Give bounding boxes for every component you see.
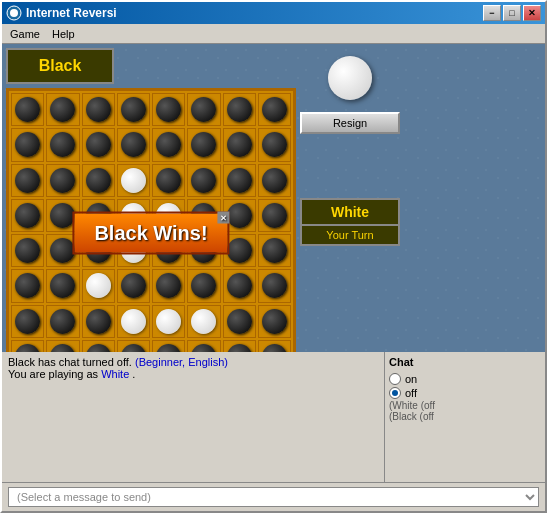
board-cell-47[interactable]	[258, 269, 291, 302]
board-cell-4[interactable]	[152, 93, 185, 126]
board-cell-55[interactable]	[258, 305, 291, 338]
black-piece	[15, 344, 40, 352]
board-cell-12[interactable]	[152, 128, 185, 161]
status-line2: You are playing as White .	[8, 368, 378, 380]
board-cell-57[interactable]	[46, 340, 79, 352]
board-cell-7[interactable]	[258, 93, 291, 126]
chat-off-radio[interactable]	[389, 387, 401, 399]
board-cell-16[interactable]	[11, 164, 44, 197]
board-cell-13[interactable]	[187, 128, 220, 161]
board-cell-45[interactable]	[187, 269, 220, 302]
chat-off-option[interactable]: off	[389, 387, 541, 399]
black-piece	[262, 273, 287, 298]
board-cell-15[interactable]	[258, 128, 291, 161]
status-line2-text: You are playing as	[8, 368, 98, 380]
bottom-area: Black has chat turned off. (Beginner, En…	[2, 352, 545, 482]
black-label: Black	[39, 57, 82, 75]
board-cell-24[interactable]	[11, 199, 44, 232]
white-piece	[86, 273, 111, 298]
window-controls: − □ ✕	[483, 5, 541, 21]
board-cell-51[interactable]	[117, 305, 150, 338]
board-cell-60[interactable]	[152, 340, 185, 352]
message-select[interactable]: (Select a message to send)	[8, 487, 539, 507]
black-piece	[86, 309, 111, 334]
board-cell-20[interactable]	[152, 164, 185, 197]
white-piece-indicator	[328, 56, 372, 100]
help-menu[interactable]: Help	[46, 26, 81, 42]
black-piece	[156, 273, 181, 298]
status-line1: Black has chat turned off. (Beginner, En…	[8, 356, 378, 368]
board-cell-39[interactable]	[258, 234, 291, 267]
board-cell-62[interactable]	[223, 340, 256, 352]
black-piece	[121, 273, 146, 298]
board-cell-54[interactable]	[223, 305, 256, 338]
chat-on-option[interactable]: on	[389, 373, 541, 385]
board-cell-63[interactable]	[258, 340, 291, 352]
black-piece	[191, 168, 216, 193]
black-piece	[227, 203, 252, 228]
resign-button[interactable]: Resign	[300, 112, 400, 134]
board-cell-3[interactable]	[117, 93, 150, 126]
board-cell-59[interactable]	[117, 340, 150, 352]
board-cell-22[interactable]	[223, 164, 256, 197]
chat-on-label: on	[405, 373, 417, 385]
board-cell-14[interactable]	[223, 128, 256, 161]
board-cell-61[interactable]	[187, 340, 220, 352]
chat-message-2: (Black (off	[389, 411, 541, 422]
black-piece	[156, 168, 181, 193]
board-cell-17[interactable]	[46, 164, 79, 197]
board-cell-43[interactable]	[117, 269, 150, 302]
board-cell-18[interactable]	[82, 164, 115, 197]
app-window: Internet Reversi − □ ✕ Game Help Black	[0, 0, 547, 513]
board-cell-52[interactable]	[152, 305, 185, 338]
svg-point-1	[10, 9, 18, 17]
win-overlay: ✕ Black Wins!	[72, 212, 229, 255]
board-cell-31[interactable]	[258, 199, 291, 232]
black-piece	[262, 203, 287, 228]
board-cell-5[interactable]	[187, 93, 220, 126]
black-piece	[50, 132, 75, 157]
board-cell-58[interactable]	[82, 340, 115, 352]
board-cell-46[interactable]	[223, 269, 256, 302]
board-cell-41[interactable]	[46, 269, 79, 302]
chat-on-radio[interactable]	[389, 373, 401, 385]
board-cell-40[interactable]	[11, 269, 44, 302]
board-cell-11[interactable]	[117, 128, 150, 161]
board-cell-9[interactable]	[46, 128, 79, 161]
board-cell-2[interactable]	[82, 93, 115, 126]
board-cell-42[interactable]	[82, 269, 115, 302]
board-cell-53[interactable]	[187, 305, 220, 338]
game-content: Black ✕ Black Wins! Res	[2, 44, 545, 352]
chat-messages: (White (off (Black (off	[389, 400, 541, 422]
win-message: Black Wins!	[94, 222, 207, 244]
black-piece	[15, 309, 40, 334]
minimize-button[interactable]: −	[483, 5, 501, 21]
board-cell-6[interactable]	[223, 93, 256, 126]
board-cell-23[interactable]	[258, 164, 291, 197]
board-cell-50[interactable]	[82, 305, 115, 338]
board-cell-10[interactable]	[82, 128, 115, 161]
black-piece	[15, 132, 40, 157]
close-button[interactable]: ✕	[523, 5, 541, 21]
black-piece	[156, 132, 181, 157]
black-piece	[262, 97, 287, 122]
black-piece	[156, 344, 181, 352]
board-cell-56[interactable]	[11, 340, 44, 352]
chat-panel: Chat on off (White (off (Black (off	[385, 352, 545, 482]
maximize-button[interactable]: □	[503, 5, 521, 21]
board-cell-32[interactable]	[11, 234, 44, 267]
win-close-icon[interactable]: ✕	[218, 212, 230, 224]
board-cell-44[interactable]	[152, 269, 185, 302]
black-piece	[50, 309, 75, 334]
game-menu[interactable]: Game	[4, 26, 46, 42]
board-cell-49[interactable]	[46, 305, 79, 338]
board-cell-48[interactable]	[11, 305, 44, 338]
board-cell-19[interactable]	[117, 164, 150, 197]
white-player-box: White	[300, 198, 400, 226]
board-cell-21[interactable]	[187, 164, 220, 197]
right-panel: Resign White Your Turn	[300, 48, 400, 352]
board-cell-8[interactable]	[11, 128, 44, 161]
board-cell-0[interactable]	[11, 93, 44, 126]
black-piece	[86, 168, 111, 193]
board-cell-1[interactable]	[46, 93, 79, 126]
